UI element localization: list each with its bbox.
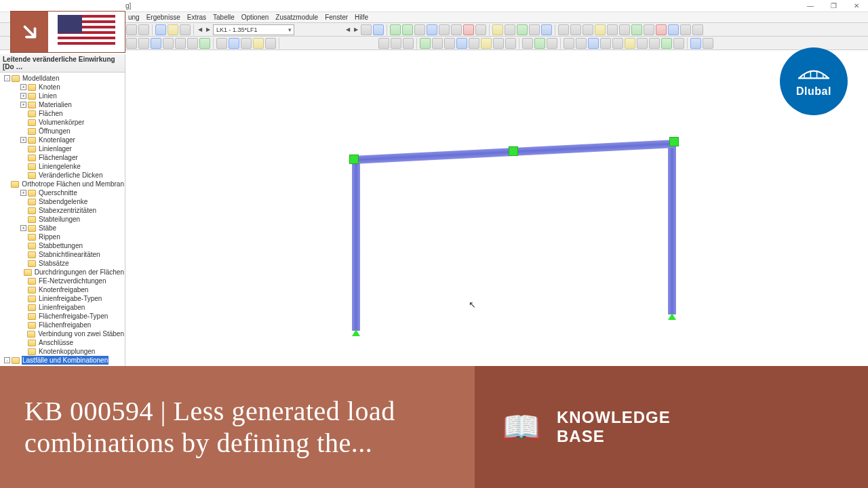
toolbar-icon[interactable] xyxy=(126,24,137,35)
tree-item[interactable]: Knotenfreigaben xyxy=(0,285,125,294)
toolbar-icon[interactable] xyxy=(138,38,149,49)
tree-item[interactable]: FE-Netzverdichtungen xyxy=(0,277,125,285)
tree-item[interactable]: Verbindung von zwei Stäben xyxy=(0,329,125,338)
tree-item[interactable]: +Knoten xyxy=(0,83,125,92)
toolbar-icon[interactable] xyxy=(661,38,672,49)
tree-item[interactable]: -Lastfälle und Kombinationen xyxy=(0,356,125,365)
menu-item[interactable]: Fenster xyxy=(322,14,351,21)
toolbar-icon[interactable] xyxy=(583,24,593,35)
toolbar-icon[interactable] xyxy=(403,38,414,49)
toolbar-icon[interactable] xyxy=(649,38,660,49)
menu-item[interactable]: Optionen xyxy=(239,14,272,21)
toolbar-icon[interactable] xyxy=(414,24,425,35)
toolbar-icon[interactable] xyxy=(595,24,606,35)
toolbar-icon[interactable] xyxy=(216,38,227,49)
toolbar-icon[interactable] xyxy=(253,38,264,49)
menu-item[interactable]: Zusatzmodule xyxy=(273,14,321,21)
expand-icon[interactable]: - xyxy=(4,75,10,81)
toolbar-icon[interactable] xyxy=(493,38,504,49)
toolbar-icon[interactable] xyxy=(451,24,462,35)
toolbar-icon[interactable] xyxy=(126,38,137,49)
toolbar-icon[interactable] xyxy=(427,24,437,35)
tree-item[interactable]: -Modelldaten xyxy=(0,74,125,83)
toolbar-icon[interactable] xyxy=(180,24,191,35)
menu-item[interactable]: Extras xyxy=(184,14,209,21)
node[interactable] xyxy=(669,137,679,146)
tree-item[interactable]: Flächenlager xyxy=(0,153,125,162)
toolbar-icon[interactable] xyxy=(656,24,667,35)
toolbar-icon[interactable] xyxy=(631,24,642,35)
toolbar-icon[interactable] xyxy=(690,38,701,49)
tree-item[interactable]: Stabnichtlinearitäten xyxy=(0,250,125,259)
expand-icon[interactable]: + xyxy=(20,225,26,231)
toolbar-icon[interactable] xyxy=(138,24,149,35)
column-right[interactable] xyxy=(668,141,676,314)
toolbar-icon[interactable] xyxy=(558,24,569,35)
tree-item[interactable]: Veränderliche Dicken xyxy=(0,171,125,180)
toolbar-icon[interactable] xyxy=(378,38,389,49)
menu-item[interactable]: Hilfe xyxy=(352,14,371,21)
toolbar-icon[interactable] xyxy=(522,38,533,49)
toolbar-icon[interactable] xyxy=(241,38,252,49)
toolbar-icon[interactable] xyxy=(481,38,492,49)
tree-item[interactable]: Stabendgelenke xyxy=(0,197,125,206)
expand-icon[interactable]: + xyxy=(20,190,26,196)
tree-item[interactable]: Flächen xyxy=(0,109,125,118)
maximize-button[interactable]: ❐ xyxy=(822,2,845,9)
toolbar-icon[interactable] xyxy=(505,24,515,35)
toolbar-icon[interactable] xyxy=(517,24,528,35)
tree-item[interactable]: Stabteilungen xyxy=(0,215,125,224)
navigator-tree[interactable]: -Modelldaten+Knoten+Linien+MaterialienFl… xyxy=(0,73,125,366)
toolbar-icon[interactable] xyxy=(163,38,174,49)
toolbar-icon[interactable] xyxy=(151,38,161,49)
next-loadcase-icon[interactable]: ▶ xyxy=(205,26,212,33)
tree-item[interactable]: Durchdringungen der Flächen xyxy=(0,268,125,277)
toolbar-icon[interactable] xyxy=(199,38,210,49)
expand-icon[interactable]: + xyxy=(20,137,26,143)
minimize-button[interactable]: — xyxy=(799,2,822,9)
toolbar-icon[interactable] xyxy=(475,24,486,35)
tree-item[interactable]: Orthotrope Flächen und Membran xyxy=(0,180,125,188)
toolbar-icon[interactable] xyxy=(390,24,401,35)
menu-item[interactable]: ung xyxy=(125,14,142,21)
toolbar-icon[interactable] xyxy=(576,38,587,49)
toolbar-icon[interactable] xyxy=(469,38,479,49)
toolbar-icon[interactable] xyxy=(505,38,516,49)
toolbar-icon[interactable] xyxy=(607,24,618,35)
tree-item[interactable]: Volumenkörper xyxy=(0,118,125,127)
tree-item[interactable]: Rippen xyxy=(0,232,125,241)
tree-item[interactable]: +Linien xyxy=(0,92,125,100)
toolbar-icon[interactable] xyxy=(155,24,166,35)
loadcase-combo[interactable]: LK1 - 1.35*LF1 xyxy=(213,24,294,35)
expand-icon[interactable]: - xyxy=(4,357,10,363)
toolbar-icon[interactable] xyxy=(265,38,276,49)
tree-item[interactable]: Linienlager xyxy=(0,144,125,153)
node[interactable] xyxy=(509,146,518,156)
tree-item[interactable]: +Querschnitte xyxy=(0,188,125,197)
column-left[interactable] xyxy=(352,157,360,331)
toolbar-icon[interactable] xyxy=(668,24,679,35)
toolbar-icon[interactable] xyxy=(534,38,545,49)
tree-item[interactable]: Flächenfreigaben xyxy=(0,321,125,329)
tree-item[interactable]: Flächenfreigabe-Typen xyxy=(0,312,125,321)
expand-icon[interactable]: + xyxy=(20,93,26,99)
tree-item[interactable]: Stabexzentrizitäten xyxy=(0,206,125,215)
toolbar-icon[interactable] xyxy=(373,24,384,35)
toolbar-icon[interactable] xyxy=(167,24,178,35)
toolbar-icon[interactable] xyxy=(612,38,623,49)
tree-item[interactable]: Öffnungen xyxy=(0,127,125,136)
toolbar-icon[interactable] xyxy=(456,38,467,49)
tree-item[interactable]: Stabbettungen xyxy=(0,241,125,250)
close-button[interactable]: ✕ xyxy=(845,2,868,9)
toolbar-icon[interactable] xyxy=(547,38,557,49)
toolbar-icon[interactable] xyxy=(229,38,239,49)
toolbar-icon[interactable] xyxy=(175,38,186,49)
nav-icon[interactable]: ▶ xyxy=(353,26,359,33)
toolbar-icon[interactable] xyxy=(432,38,443,49)
tree-item[interactable]: +Knotenlager xyxy=(0,136,125,144)
toolbar-icon[interactable] xyxy=(619,24,630,35)
model-viewport[interactable]: ↖ xyxy=(125,54,868,366)
expand-icon[interactable]: + xyxy=(20,102,26,108)
toolbar-icon[interactable] xyxy=(361,24,372,35)
language-badge[interactable] xyxy=(10,11,125,53)
